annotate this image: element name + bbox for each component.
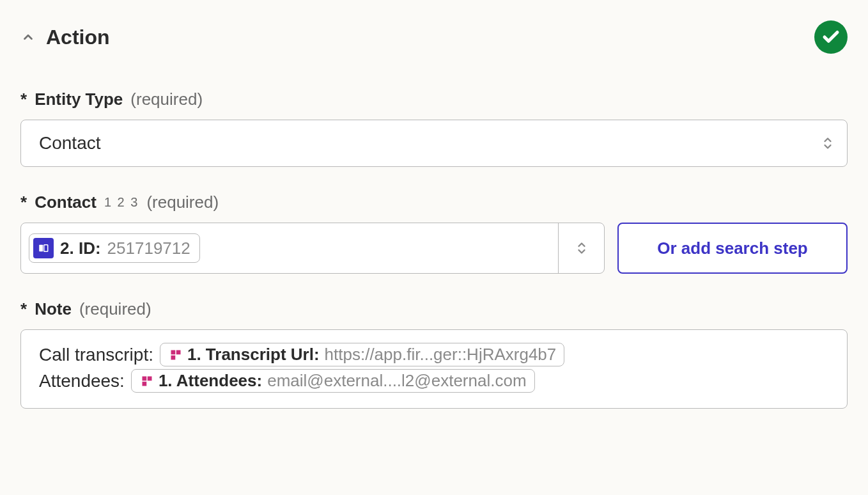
section-header-left: Action [20, 26, 110, 49]
required-asterisk: * [20, 192, 27, 212]
add-search-step-button[interactable]: Or add search step [617, 223, 848, 274]
contact-pill-value: 251719712 [107, 239, 190, 258]
required-hint: (required) [130, 90, 203, 109]
svg-rect-5 [171, 355, 175, 359]
section-title: Action [46, 26, 110, 49]
status-success-badge [814, 20, 848, 54]
chevron-up-icon[interactable] [20, 29, 36, 45]
fireflies-icon [169, 349, 182, 361]
field-contact: * Contact 1 2 3 (required) 2. ID: 251719… [20, 192, 848, 274]
svg-rect-6 [142, 376, 146, 381]
field-note: * Note (required) Call transcript: 1. Tr… [20, 299, 848, 409]
field-label: Entity Type [35, 90, 123, 109]
note-line-transcript: Call transcript: 1. Transcript Url: http… [39, 343, 829, 366]
contact-expand-button[interactable] [558, 223, 604, 273]
field-entity-type: * Entity Type (required) Contact [20, 90, 848, 167]
section-header: Action [20, 20, 848, 54]
svg-rect-3 [171, 350, 175, 354]
svg-rect-7 [148, 376, 152, 381]
fireflies-icon [141, 375, 153, 388]
entity-type-value: Contact [39, 133, 101, 153]
contact-pill[interactable]: 2. ID: 251719712 [29, 233, 200, 263]
field-label: Note [35, 299, 72, 319]
svg-point-2 [41, 250, 42, 251]
note-input[interactable]: Call transcript: 1. Transcript Url: http… [20, 329, 848, 409]
required-asterisk: * [20, 299, 27, 319]
contact-row: 2. ID: 251719712 Or add search step [20, 223, 848, 274]
note-line-prefix: Attendees: [39, 371, 125, 391]
entity-type-select[interactable]: Contact [20, 120, 848, 167]
contact-input-main: 2. ID: 251719712 [21, 223, 558, 273]
svg-rect-4 [176, 350, 181, 354]
pill-value: email@external....l2@external.com [267, 371, 526, 391]
numeric-hint-icon: 1 2 3 [104, 195, 139, 210]
required-hint: (required) [79, 299, 151, 319]
required-hint: (required) [146, 192, 219, 212]
field-label-row: * Note (required) [20, 299, 848, 319]
field-label: Contact [35, 192, 97, 212]
phone-card-icon [33, 238, 54, 258]
transcript-url-pill[interactable]: 1. Transcript Url: https://app.fir...ger… [160, 343, 564, 366]
pill-value: https://app.fir...ger::HjRAxrg4b7 [325, 345, 557, 365]
note-line-prefix: Call transcript: [39, 345, 153, 365]
svg-rect-8 [142, 381, 146, 386]
field-label-row: * Contact 1 2 3 (required) [20, 192, 848, 212]
note-line-attendees: Attendees: 1. Attendees: email@external.… [39, 369, 829, 393]
svg-rect-1 [44, 245, 48, 252]
add-search-step-label: Or add search step [657, 239, 808, 258]
required-asterisk: * [20, 90, 27, 109]
pill-label: 1. Transcript Url: [187, 345, 320, 365]
contact-input[interactable]: 2. ID: 251719712 [20, 223, 605, 274]
pill-label: 1. Attendees: [159, 371, 262, 391]
contact-pill-label: 2. ID: [60, 239, 101, 258]
field-label-row: * Entity Type (required) [20, 90, 848, 109]
select-chevrons-icon [821, 136, 834, 151]
attendees-pill[interactable]: 1. Attendees: email@external....l2@exter… [131, 369, 535, 393]
